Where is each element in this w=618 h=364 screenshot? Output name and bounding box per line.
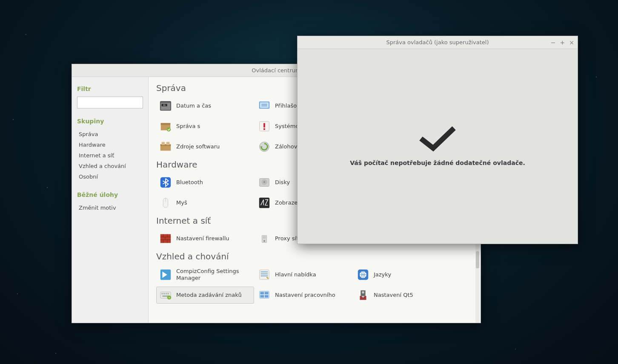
sidebar-groups-head: Skupiny bbox=[77, 118, 143, 125]
item-datum-a-cas[interactable]: 01Datum a čas bbox=[156, 97, 254, 114]
svg-rect-64 bbox=[162, 293, 163, 295]
driver-manager-titlebar[interactable]: Správa ovladačů (jako superuživatel) − +… bbox=[298, 36, 578, 49]
package-icon bbox=[159, 120, 172, 133]
firewall-icon bbox=[159, 232, 172, 245]
item-label: Přihlašov bbox=[275, 102, 300, 109]
svg-rect-37 bbox=[259, 198, 269, 208]
svg-rect-75 bbox=[265, 295, 268, 298]
sources-icon bbox=[159, 140, 172, 153]
input-icon: + bbox=[159, 289, 172, 301]
item-compiz[interactable]: CompizConfig Settings Manager bbox=[156, 266, 254, 283]
item-label: Hlavní nabídka bbox=[275, 271, 316, 278]
item-pracovni[interactable]: Nastavení pracovního bbox=[255, 287, 353, 304]
svg-rect-73 bbox=[265, 292, 268, 295]
disk-icon bbox=[258, 176, 271, 189]
item-metoda-zadavani[interactable]: +Metoda zadávání znaků bbox=[156, 287, 254, 304]
svg-rect-74 bbox=[260, 295, 264, 298]
sidebar-tasks-head: Běžné úlohy bbox=[77, 191, 143, 198]
login-icon bbox=[258, 100, 271, 112]
svg-rect-14 bbox=[161, 123, 171, 125]
sidebar-item-internet[interactable]: Internet a síť bbox=[77, 150, 143, 161]
minimize-button[interactable]: − bbox=[551, 36, 556, 49]
search-input-wrapper[interactable] bbox=[77, 97, 143, 108]
mouse-icon bbox=[159, 196, 172, 209]
sidebar-item-osobni[interactable]: Osobní bbox=[77, 171, 143, 182]
svg-rect-52 bbox=[263, 238, 266, 238]
svg-rect-17 bbox=[263, 123, 265, 128]
item-label: Zdroje softwaru bbox=[176, 143, 220, 150]
item-zdroje-softwaru[interactable]: Zdroje softwaru bbox=[156, 138, 254, 155]
display-icon bbox=[258, 196, 271, 209]
svg-rect-59 bbox=[261, 275, 268, 276]
svg-rect-24 bbox=[162, 142, 165, 145]
svg-rect-18 bbox=[263, 128, 265, 130]
driver-manager-window: Správa ovladačů (jako superuživatel) − +… bbox=[297, 36, 578, 244]
driver-message: Váš počítač nepotřebuje žádné dodatečné … bbox=[350, 159, 525, 166]
item-mys[interactable]: Myš bbox=[156, 194, 254, 211]
alert-icon bbox=[258, 120, 271, 133]
backup-icon bbox=[258, 140, 271, 153]
driver-manager-title: Správa ovladačů (jako superuživatel) bbox=[386, 39, 489, 46]
item-label: Správa s bbox=[176, 123, 200, 130]
menu-icon bbox=[258, 268, 271, 281]
item-firewall[interactable]: Nastavení firewallu bbox=[156, 230, 254, 247]
section-title-vzhled: Vzhled a chování bbox=[156, 251, 473, 262]
item-label: Nastavení Qt5 bbox=[374, 292, 413, 299]
svg-rect-8 bbox=[261, 104, 267, 105]
item-label: CompizConfig Settings Manager bbox=[176, 268, 251, 281]
svg-rect-41 bbox=[160, 234, 171, 243]
item-label: Nastavení firewallu bbox=[176, 235, 229, 242]
control-center-sidebar: Filtr Skupiny Správa Hardware Internet a… bbox=[72, 77, 149, 323]
qt-icon bbox=[357, 289, 369, 301]
svg-rect-58 bbox=[261, 273, 268, 274]
item-hlavni-nabidka[interactable]: Hlavní nabídka bbox=[255, 266, 353, 283]
svg-rect-51 bbox=[263, 236, 266, 237]
svg-text:01: 01 bbox=[163, 104, 166, 106]
checkmark-icon bbox=[418, 126, 457, 152]
sidebar-item-sprava[interactable]: Správa bbox=[77, 129, 143, 139]
svg-rect-57 bbox=[261, 271, 268, 272]
svg-point-15 bbox=[167, 128, 171, 131]
workspace-icon bbox=[258, 289, 271, 301]
bluetooth-icon bbox=[159, 176, 172, 189]
search-input[interactable] bbox=[83, 100, 154, 106]
item-bluetooth[interactable]: Bluetooth bbox=[156, 174, 254, 191]
item-label: Nastavení pracovního bbox=[275, 292, 335, 299]
sidebar-item-hardware[interactable]: Hardware bbox=[77, 139, 143, 150]
item-sprava-s[interactable]: Správa s bbox=[156, 118, 254, 135]
svg-rect-9 bbox=[261, 105, 267, 106]
item-label: Jazyky bbox=[374, 271, 391, 278]
scrollbar-thumb[interactable] bbox=[476, 251, 479, 268]
svg-point-77 bbox=[362, 291, 364, 294]
compiz-icon bbox=[159, 268, 172, 281]
control-center-title: Ovládací centrum bbox=[252, 67, 300, 74]
svg-rect-25 bbox=[166, 142, 170, 145]
item-label: Metoda zadávání znaků bbox=[176, 292, 242, 299]
svg-rect-66 bbox=[166, 293, 167, 295]
sidebar-item-vzhled[interactable]: Vzhled a chování bbox=[77, 161, 143, 171]
svg-point-50 bbox=[263, 240, 265, 242]
sidebar-task-zmenit-motiv[interactable]: Změnit motiv bbox=[77, 202, 143, 213]
calendar-icon: 01 bbox=[159, 100, 172, 112]
svg-rect-67 bbox=[168, 293, 169, 295]
maximize-button[interactable]: + bbox=[560, 36, 565, 49]
svg-rect-65 bbox=[163, 293, 165, 295]
globe-icon bbox=[357, 268, 369, 281]
item-qt5[interactable]: Nastavení Qt5 bbox=[354, 287, 452, 304]
svg-rect-72 bbox=[260, 292, 264, 295]
item-label: Datum a čas bbox=[176, 102, 211, 109]
svg-text:+: + bbox=[168, 296, 171, 300]
sidebar-filter-head: Filtr bbox=[77, 85, 143, 92]
item-label: Disky bbox=[275, 179, 290, 186]
svg-point-30 bbox=[263, 181, 265, 183]
close-button[interactable]: × bbox=[569, 36, 574, 49]
item-jazyky[interactable]: Jazyky bbox=[354, 266, 452, 283]
item-label: Bluetooth bbox=[176, 179, 203, 186]
proxy-icon bbox=[258, 232, 271, 245]
svg-rect-7 bbox=[260, 102, 269, 108]
item-label: Myš bbox=[176, 199, 187, 206]
